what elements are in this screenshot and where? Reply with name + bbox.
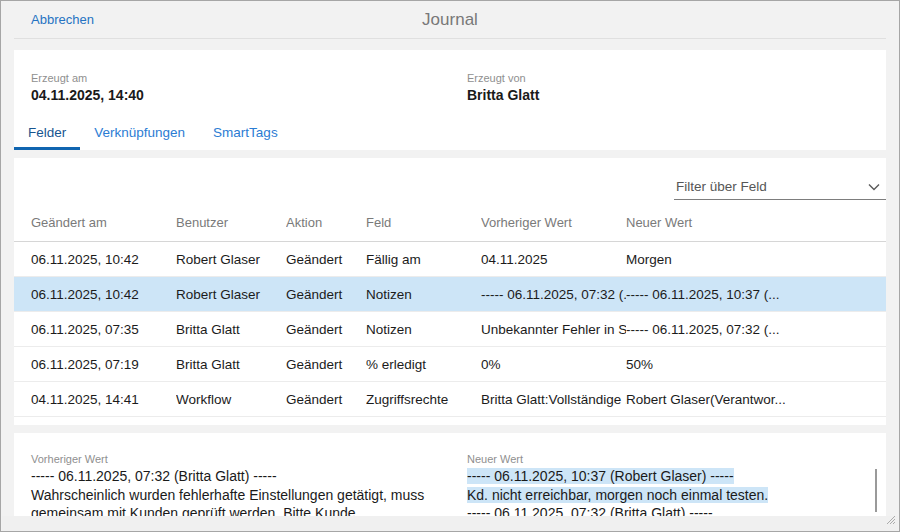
created-by-field: Erzeugt von Britta Glatt: [450, 72, 886, 103]
tab-verkn-pfungen[interactable]: Verknüpfungen: [80, 120, 199, 150]
table-row[interactable]: 04.11.2025, 14:41WorkflowGeändertZugriff…: [14, 382, 886, 417]
page-title: Journal: [1, 1, 899, 38]
chevron-down-icon: [868, 183, 886, 191]
table-cell: ----- 06.11.2025, 07:32 (...: [481, 287, 626, 302]
filter-row: Filter über Feld: [14, 158, 886, 200]
card-gap: [1, 425, 899, 433]
column-header: Vorheriger Wert: [481, 215, 626, 230]
tab-felder[interactable]: Felder: [14, 120, 80, 150]
detail-card: Vorheriger Wert ----- 06.11.2025, 07:32 …: [14, 433, 886, 517]
table-cell: ----- 06.11.2025, 10:37 (...: [626, 287, 880, 302]
card-gap: [1, 150, 899, 158]
table-cell: 06.11.2025, 10:42: [31, 287, 176, 302]
created-at-label: Erzeugt am: [31, 72, 450, 84]
table-cell: 0%: [481, 357, 626, 372]
detail-scrollbar[interactable]: [875, 469, 877, 512]
table-cell: Robert Glaser: [176, 287, 286, 302]
table-cell: Workflow: [176, 392, 286, 407]
column-header: Neuer Wert: [626, 215, 880, 230]
table-row[interactable]: 06.11.2025, 10:42Robert GlaserGeändertNo…: [14, 277, 886, 312]
table-cell: Britta Glatt: [176, 357, 286, 372]
column-header: Geändert am: [31, 215, 176, 230]
column-header: Benutzer: [176, 215, 286, 230]
info-card: Erzeugt am 04.11.2025, 14:40 Erzeugt von…: [14, 50, 886, 150]
new-value-lines: ----- 06.11.2025, 10:37 (Robert Glaser) …: [467, 467, 872, 523]
table-body: 06.11.2025, 10:42Robert GlaserGeändertFä…: [14, 242, 886, 417]
table-cell: Morgen: [626, 252, 880, 267]
detail-text-line: ----- 06.11.2025, 10:37 (Robert Glaser) …: [467, 467, 872, 486]
table-card: Filter über Feld Geändert amBenutzerAkti…: [14, 158, 886, 425]
detail-text-line: Kd. nicht erreichbar, morgen noch einmal…: [467, 486, 872, 505]
table-cell: Geändert: [286, 357, 366, 372]
table-row[interactable]: 06.11.2025, 10:42Robert GlaserGeändertFä…: [14, 242, 886, 277]
created-by-label: Erzeugt von: [467, 72, 886, 84]
previous-value-panel: Vorheriger Wert ----- 06.11.2025, 07:32 …: [14, 453, 450, 517]
info-grid: Erzeugt am 04.11.2025, 14:40 Erzeugt von…: [14, 72, 886, 103]
table-row[interactable]: 06.11.2025, 07:35Britta GlattGeändertNot…: [14, 312, 886, 347]
created-by-value: Britta Glatt: [467, 87, 886, 103]
table-cell: Geändert: [286, 287, 366, 302]
table-cell: Unbekannter Fehler in S...: [481, 322, 626, 337]
tab-bar: FelderVerknüpfungenSmartTags: [14, 120, 886, 150]
previous-value-label: Vorheriger Wert: [31, 453, 436, 465]
filter-field-dropdown[interactable]: Filter über Feld: [674, 174, 886, 200]
resize-grip-icon[interactable]: [885, 511, 896, 529]
table-cell: Robert Glaser(Verantwor...: [626, 392, 880, 407]
table-cell: ----- 06.11.2025, 07:32 (...: [626, 322, 880, 337]
detail-text-line: ----- 06.11.2025, 07:32 (Britta Glatt) -…: [31, 467, 436, 486]
tab-smarttags[interactable]: SmartTags: [199, 120, 292, 150]
table-cell: 06.11.2025, 07:35: [31, 322, 176, 337]
table-cell: 06.11.2025, 10:42: [31, 252, 176, 267]
cancel-button[interactable]: Abbrechen: [31, 12, 94, 27]
status-strip: [2, 516, 898, 531]
table-cell: Britta Glatt:Vollständige ...: [481, 392, 626, 407]
table-cell: Geändert: [286, 252, 366, 267]
titlebar: Abbrechen Journal: [1, 1, 899, 38]
table-cell: 04.11.2025: [481, 252, 626, 267]
table-cell: Notizen: [366, 287, 481, 302]
table-row[interactable]: 06.11.2025, 07:19Britta GlattGeändert% e…: [14, 347, 886, 382]
table-cell: 50%: [626, 357, 880, 372]
table-cell: % erledigt: [366, 357, 481, 372]
created-at-value: 04.11.2025, 14:40: [31, 87, 450, 103]
created-at-field: Erzeugt am 04.11.2025, 14:40: [14, 72, 450, 103]
new-value-label: Neuer Wert: [467, 453, 872, 465]
table-cell: Fällig am: [366, 252, 481, 267]
table-cell: Notizen: [366, 322, 481, 337]
table-cell: 06.11.2025, 07:19: [31, 357, 176, 372]
column-header: Feld: [366, 215, 481, 230]
table-cell: Geändert: [286, 392, 366, 407]
table-header: Geändert amBenutzerAktionFeldVorheriger …: [14, 203, 886, 242]
table-cell: Britta Glatt: [176, 322, 286, 337]
filter-field-label: Filter über Feld: [674, 179, 767, 194]
table-cell: Zugriffsrechte: [366, 392, 481, 407]
journal-window: Abbrechen Journal Erzeugt am 04.11.2025,…: [0, 0, 900, 532]
table-cell: Robert Glaser: [176, 252, 286, 267]
table-cell: Geändert: [286, 322, 366, 337]
new-value-panel: Neuer Wert ----- 06.11.2025, 10:37 (Robe…: [450, 453, 886, 517]
column-header: Aktion: [286, 215, 366, 230]
table-cell: 04.11.2025, 14:41: [31, 392, 176, 407]
titlebar-divider: [14, 38, 886, 39]
